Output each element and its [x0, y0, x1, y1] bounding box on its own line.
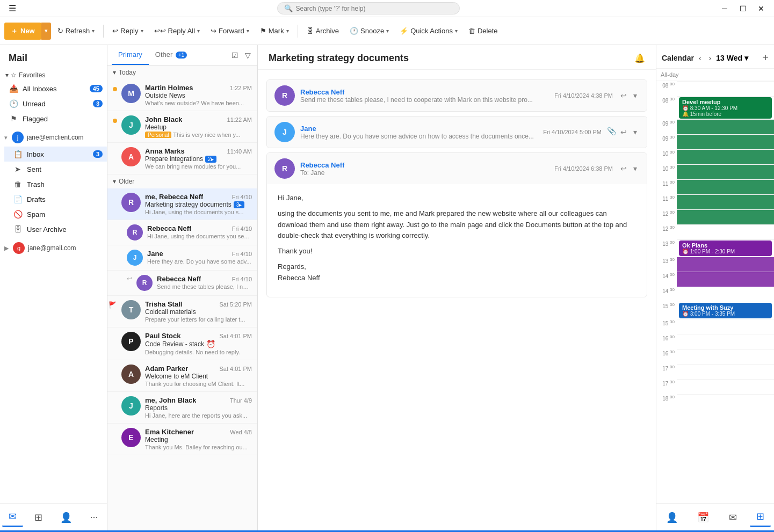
- account1-section: ▾ j jane@emclient.com 📋 Inbox 3 ➤ Sent 🗑…: [0, 128, 107, 237]
- email-sender: me, Rebecca Neff: [145, 193, 203, 201]
- account1-header[interactable]: ▾ j jane@emclient.com: [0, 128, 107, 147]
- reply-message-button[interactable]: ↩: [618, 163, 629, 174]
- maximize-button[interactable]: ☐: [734, 2, 751, 15]
- email-sender: Adam Parker: [145, 365, 188, 373]
- email-sender: Rebecca Neff: [147, 224, 191, 232]
- sender-info: Rebecca Neff Send me these tables please…: [300, 88, 549, 104]
- account2-header[interactable]: ▶ g jane@gmail.com: [0, 239, 107, 257]
- message-sender-name: Rebecca Neff: [300, 161, 549, 169]
- today-group-header[interactable]: ▾ Today: [107, 65, 257, 79]
- group-expand-icon: ▾: [113, 69, 116, 76]
- cal-time-row-11: 11 00: [656, 179, 774, 194]
- expand-icon: ▾: [5, 71, 9, 79]
- message-header-3[interactable]: R Rebecca Neff To: Jane Fri 4/10/2024 6:…: [267, 153, 647, 184]
- avatar: J: [121, 115, 141, 135]
- cal-bottom-mail[interactable]: ✉: [722, 508, 743, 527]
- cal-bottom-calendar[interactable]: 📅: [691, 508, 715, 527]
- sidebar-item-unread[interactable]: 🕐 Unread 3: [0, 96, 107, 111]
- bottom-nav-apps[interactable]: ⊞: [28, 508, 49, 527]
- email-subject: Prepare integrations 2▸: [145, 155, 252, 163]
- calendar-event-meeting-suzy[interactable]: Meeting with Suzy ⏰ 3:00 PM - 3:35 PM: [679, 303, 772, 318]
- expand-message-button[interactable]: ▾: [631, 127, 639, 137]
- refresh-button[interactable]: ↻ Refresh ▾: [53, 24, 99, 38]
- list-item[interactable]: A Anna Marks 11:40 AM Prepare integratio…: [107, 143, 257, 174]
- message-header-2[interactable]: J Jane Here they are. Do you have some a…: [267, 116, 647, 148]
- cal-time-row-930: 09 30: [656, 134, 774, 149]
- email-time: 11:40 AM: [227, 148, 252, 155]
- reply-message-button[interactable]: ↩: [618, 90, 629, 101]
- cal-add-button[interactable]: +: [762, 52, 769, 64]
- sidebar-item-all-inboxes[interactable]: 📥 All Inboxes 45: [0, 81, 107, 96]
- message-actions: ↩ ▾: [618, 90, 639, 101]
- mark-button[interactable]: ⚑ Mark ▾: [256, 24, 293, 38]
- list-item[interactable]: J Jane Fri 4/10 Here they are. Do you ha…: [107, 245, 257, 271]
- delete-button[interactable]: 🗑 Delete: [464, 24, 502, 38]
- sort-button[interactable]: ▽: [243, 49, 253, 62]
- tab-other[interactable]: Other +1: [149, 45, 194, 65]
- badge-count: 2▸: [205, 156, 216, 163]
- list-item[interactable]: R me, Rebecca Neff Fri 4/10 Marketing st…: [107, 188, 257, 220]
- archive-button[interactable]: 🗄 Archive: [302, 24, 343, 38]
- email-sender: Jane: [147, 250, 163, 258]
- snooze-button[interactable]: 🕐 Snooze ▾: [345, 24, 393, 38]
- email-preview: Hi Jane, here are the reports you ask...: [145, 412, 252, 419]
- list-item[interactable]: P Paul Stock Sat 4:01 PM Code Review - s…: [107, 327, 257, 360]
- cal-prev-button[interactable]: ‹: [696, 53, 704, 63]
- list-item[interactable]: ↩ R Rebecca Neff Fri 4/10 Send me these …: [107, 271, 257, 296]
- bottom-nav-people[interactable]: 👤: [54, 508, 78, 527]
- new-button-wrapper: ＋ New ▾: [4, 23, 51, 40]
- search-bar[interactable]: 🔍: [277, 2, 460, 14]
- badge-count: 3▸: [234, 201, 245, 208]
- new-button[interactable]: ＋ New: [4, 23, 41, 40]
- reply-button[interactable]: ↩ Reply ▾: [108, 24, 147, 38]
- cal-next-button[interactable]: ›: [706, 53, 714, 63]
- reply-all-button[interactable]: ↩↩ Reply All ▾: [150, 24, 205, 38]
- calendar-event-devel-meetup[interactable]: Devel meetup ⏰ 8:30 AM - 12:30 PM 🔔 15mi…: [679, 97, 772, 119]
- minimize-button[interactable]: ─: [716, 2, 733, 15]
- cal-bottom-contacts[interactable]: 👤: [660, 508, 684, 527]
- email-time: Sat 4:01 PM: [219, 333, 252, 339]
- sidebar-item-sent[interactable]: ➤ Sent: [4, 162, 107, 177]
- list-item[interactable]: E Ema Kitchener Wed 4/8 Meeting Thank yo…: [107, 424, 257, 455]
- list-item[interactable]: J me, John Black Thur 4/9 Reports Hi Jan…: [107, 392, 257, 424]
- list-item[interactable]: M Martin Holmes 1:22 PM Outside News Wha…: [107, 79, 257, 111]
- cal-time-row-14: 14 00: [656, 272, 774, 287]
- email-detail: Marketing strategy documents 🔔 R Rebecca…: [258, 45, 656, 530]
- quick-actions-button[interactable]: ⚡ Quick Actions ▾: [395, 24, 462, 38]
- forward-icon: ↩: [211, 27, 216, 35]
- cal-bottom-apps[interactable]: ⊞: [750, 507, 771, 527]
- avatar: A: [121, 147, 141, 166]
- sidebar-item-drafts[interactable]: 📄 Drafts: [4, 192, 107, 207]
- forward-button[interactable]: ↩ Forward ▾: [206, 24, 254, 38]
- close-button[interactable]: ✕: [753, 2, 770, 15]
- sidebar-item-user-archive[interactable]: 🗄 User Archive: [4, 222, 107, 237]
- avatar: A: [121, 365, 141, 384]
- filter-button[interactable]: ☑: [229, 49, 241, 62]
- expand-message-button[interactable]: ▾: [631, 90, 639, 101]
- list-item[interactable]: R Rebecca Neff Fri 4/10 Hi Jane, using t…: [107, 220, 257, 245]
- cal-date-button[interactable]: 13 Wed ▾: [716, 54, 748, 62]
- message-header-1[interactable]: R Rebecca Neff Send me these tables plea…: [267, 80, 647, 111]
- email-list-scroll: ▾ Today M Martin Holmes 1:22 PM Outside …: [107, 65, 257, 530]
- calendar-event-ok-plans[interactable]: Ok Plans ⏰ 1:00 PM - 2:30 PM: [679, 241, 772, 256]
- sidebar-item-spam[interactable]: 🚫 Spam: [4, 207, 107, 222]
- email-content: Jane Fri 4/10 Here they are. Do you have…: [147, 250, 252, 265]
- older-group-header[interactable]: ▾ Older: [107, 174, 257, 188]
- reply-message-button[interactable]: ↩: [618, 127, 629, 137]
- sidebar-item-flagged[interactable]: ⚑ Flagged: [0, 111, 107, 126]
- bottom-nav-more[interactable]: ···: [83, 508, 104, 526]
- avatar: R: [121, 193, 141, 212]
- sidebar-item-trash[interactable]: 🗑 Trash: [4, 177, 107, 192]
- list-item[interactable]: 🚩 T Trisha Stall Sat 5:20 PM Coldcall ma…: [107, 296, 257, 327]
- sidebar-item-inbox[interactable]: 📋 Inbox 3: [4, 147, 107, 162]
- list-item[interactable]: J John Black 11:22 AM Meetup Personal Th…: [107, 111, 257, 143]
- list-item[interactable]: A Adam Parker Sat 4:01 PM Welcome to eM …: [107, 360, 257, 392]
- search-input[interactable]: [296, 5, 436, 12]
- new-caret-button[interactable]: ▾: [41, 23, 51, 40]
- bottom-nav-mail[interactable]: ✉: [2, 507, 23, 527]
- menu-icon[interactable]: ☰: [4, 1, 20, 16]
- tab-primary[interactable]: Primary: [112, 45, 149, 65]
- favorites-header[interactable]: ▾ ☆ Favorites: [0, 69, 107, 81]
- bell-icon[interactable]: 🔔: [634, 53, 645, 63]
- expand-message-button[interactable]: ▾: [631, 163, 639, 174]
